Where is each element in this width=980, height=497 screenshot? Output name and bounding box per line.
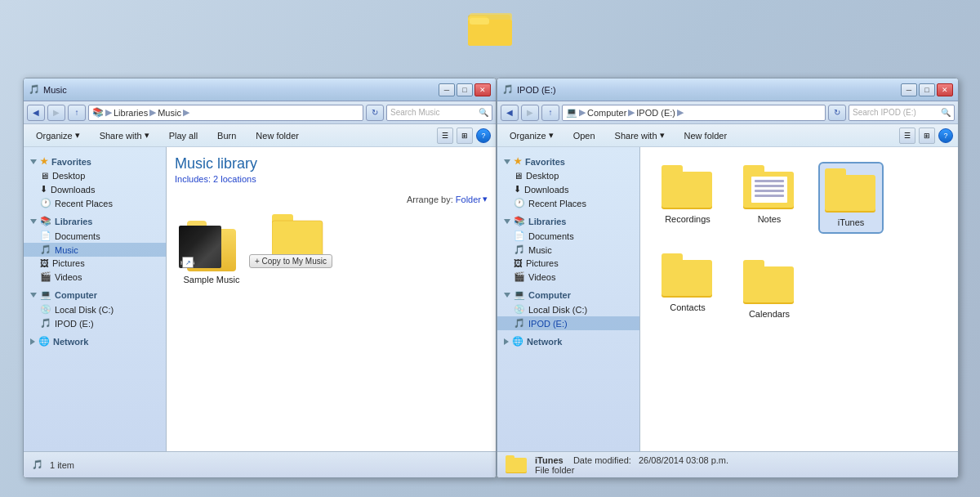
right-libraries-header[interactable]: 📚 Libraries <box>497 213 639 229</box>
left-search-box[interactable]: Search Music 🔍 <box>386 105 492 121</box>
right-status-date-value: 26/08/2014 03:08 p.m. <box>639 455 728 465</box>
left-sidebar-pictures[interactable]: 🖼 Pictures <box>24 257 166 270</box>
right-sidebar-ipod[interactable]: 🎵 IPOD (E:) <box>497 316 639 330</box>
right-status-info: iTunes Date modified: 26/08/2014 03:08 p… <box>506 455 728 475</box>
left-forward-button[interactable]: ▶ <box>47 105 65 121</box>
right-recordings-item[interactable]: Recordings <box>655 162 720 234</box>
left-maximize-button[interactable]: □ <box>457 83 473 96</box>
left-sidebar-documents[interactable]: 📄 Documents <box>24 229 166 243</box>
right-organize-button[interactable]: Organize ▾ <box>502 127 561 145</box>
left-address-icon: 📚 <box>92 107 104 118</box>
right-status-folder-name: iTunes <box>535 455 564 465</box>
right-sidebar-recent[interactable]: 🕐 Recent Places <box>497 196 639 210</box>
right-refresh-button[interactable]: ↻ <box>828 105 846 121</box>
left-sidebar-downloads[interactable]: ⬇ Downloads <box>24 182 166 196</box>
left-sidebar-recent[interactable]: 🕐 Recent Places <box>24 196 166 210</box>
left-sidebar-videos[interactable]: 🎬 Videos <box>24 270 166 284</box>
right-address-text: 💻 ▶ Computer ▶ IPOD (E:) ▶ <box>566 107 684 118</box>
left-star-icon: ★ <box>40 156 48 167</box>
left-computer-arrow <box>30 293 37 298</box>
right-view-button2[interactable]: ⊞ <box>919 128 935 144</box>
left-address-sep: ▶ <box>105 107 112 118</box>
left-search-placeholder: Search Music <box>390 108 440 117</box>
left-organize-button[interactable]: Organize ▾ <box>29 127 87 145</box>
left-back-button[interactable]: ◀ <box>27 105 45 121</box>
left-burn-button[interactable]: Burn <box>210 127 243 145</box>
right-toolbar-right: ☰ ⊞ ? <box>899 128 953 144</box>
right-calendars-item[interactable]: Calendars <box>737 257 802 322</box>
right-view-button[interactable]: ☰ <box>899 128 915 144</box>
right-back-button[interactable]: ◀ <box>501 105 519 121</box>
right-share-button[interactable]: Share with ▾ <box>608 127 672 145</box>
right-address-icon: 💻 <box>566 107 577 118</box>
right-sidebar-localdisk[interactable]: 💿 Local Disk (C:) <box>497 302 639 316</box>
right-address-bar[interactable]: 💻 ▶ Computer ▶ IPOD (E:) ▶ <box>562 105 826 121</box>
left-sidebar-music[interactable]: 🎵 Music <box>24 243 166 257</box>
right-sidebar-documents[interactable]: 📄 Documents <box>497 229 639 243</box>
left-item-count: 1 item <box>50 460 74 470</box>
right-close-button[interactable]: ✕ <box>937 83 953 96</box>
right-search-icon[interactable]: 🔍 <box>941 108 951 117</box>
right-sidebar-downloads[interactable]: ⬇ Downloads <box>497 182 639 196</box>
left-address-bar[interactable]: 📚 ▶ Libraries ▶ Music ▶ <box>88 105 363 121</box>
right-favorites-arrow <box>504 159 510 164</box>
right-sidebar-videos[interactable]: 🎬 Videos <box>497 270 639 284</box>
left-view-button2[interactable]: ⊞ <box>457 128 473 144</box>
right-documents-label: Documents <box>528 231 574 241</box>
right-minimize-button[interactable]: ─ <box>901 83 917 96</box>
right-sidebar-pictures[interactable]: 🖼 Pictures <box>497 257 639 270</box>
right-share-label: Share with <box>615 131 657 141</box>
right-note-line-1 <box>755 180 784 182</box>
left-up-button[interactable]: ↑ <box>68 105 86 121</box>
left-copy-button[interactable]: + Copy to My Music <box>249 254 332 268</box>
right-calendars-label: Calendars <box>749 309 790 319</box>
right-computer-header[interactable]: 💻 Computer <box>497 287 639 302</box>
left-minimize-button[interactable]: ─ <box>439 83 455 96</box>
left-locations-link[interactable]: 2 locations <box>213 174 256 184</box>
left-sidebar-ipod[interactable]: 🎵 IPOD (E:) <box>24 316 166 330</box>
left-arrange-dropdown[interactable]: Folder ▾ <box>456 194 488 204</box>
right-contacts-item[interactable]: Contacts <box>655 250 720 322</box>
left-help-button[interactable]: ? <box>476 128 491 143</box>
right-favorites-header[interactable]: ★ Favorites <box>497 154 639 169</box>
right-title-icon: 🎵 <box>502 84 514 95</box>
left-close-button[interactable]: ✕ <box>474 83 491 96</box>
right-window-title: IPOD (E:) <box>517 85 556 95</box>
right-downloads-icon: ⬇ <box>514 184 521 195</box>
right-sidebar-music[interactable]: 🎵 Music <box>497 243 639 257</box>
left-computer-header[interactable]: 💻 Computer <box>24 287 166 302</box>
left-music-label: Music <box>55 245 78 255</box>
left-favorites-header[interactable]: ★ Favorites <box>24 154 166 169</box>
left-desktop-label: Desktop <box>52 171 85 181</box>
right-sidebar-desktop[interactable]: 🖥 Desktop <box>497 169 639 182</box>
right-maximize-button[interactable]: □ <box>919 83 935 96</box>
right-help-button[interactable]: ? <box>938 128 953 143</box>
left-address-text: 📚 ▶ Libraries ▶ Music ▶ <box>92 107 189 118</box>
left-sidebar-localdisk[interactable]: 💿 Local Disk (C:) <box>24 302 166 316</box>
right-notes-item[interactable]: Notes <box>737 162 802 234</box>
left-new-folder-button[interactable]: New folder <box>248 127 306 145</box>
left-network-header[interactable]: 🌐 Network <box>24 334 166 349</box>
right-network-header[interactable]: 🌐 Network <box>497 334 639 349</box>
right-pictures-label: Pictures <box>526 258 559 268</box>
left-share-button[interactable]: Share with ▾ <box>92 127 157 145</box>
right-localdisk-icon: 💿 <box>514 304 525 315</box>
right-forward-button[interactable]: ▶ <box>521 105 539 121</box>
left-play-button[interactable]: Play all <box>162 127 205 145</box>
left-libraries-header[interactable]: 📚 Libraries <box>24 213 166 229</box>
left-refresh-button[interactable]: ↻ <box>366 105 384 121</box>
left-sidebar-desktop[interactable]: 🖥 Desktop <box>24 169 166 182</box>
right-up-button[interactable]: ↑ <box>541 105 559 121</box>
left-sample-music-item[interactable]: HING ↗ Sample Music <box>175 211 248 288</box>
left-videos-label: Videos <box>55 272 82 282</box>
right-new-folder-button[interactable]: New folder <box>677 127 735 145</box>
right-libraries-section: 📚 Libraries 📄 Documents 🎵 Music 🖼 Pictur… <box>497 213 639 284</box>
right-search-box[interactable]: Search IPOD (E:) 🔍 <box>849 105 955 121</box>
left-empty-folder-item[interactable]: + Copy to My Music <box>261 211 335 268</box>
left-nav-bar: ◀ ▶ ↑ 📚 ▶ Libraries ▶ Music ▶ ↻ Search M… <box>24 101 496 124</box>
right-itunes-item[interactable]: iTunes <box>818 162 884 234</box>
left-pictures-icon: 🖼 <box>40 258 49 268</box>
right-open-button[interactable]: Open <box>566 127 603 145</box>
left-view-button[interactable]: ☰ <box>437 128 453 144</box>
left-search-icon[interactable]: 🔍 <box>479 108 488 117</box>
